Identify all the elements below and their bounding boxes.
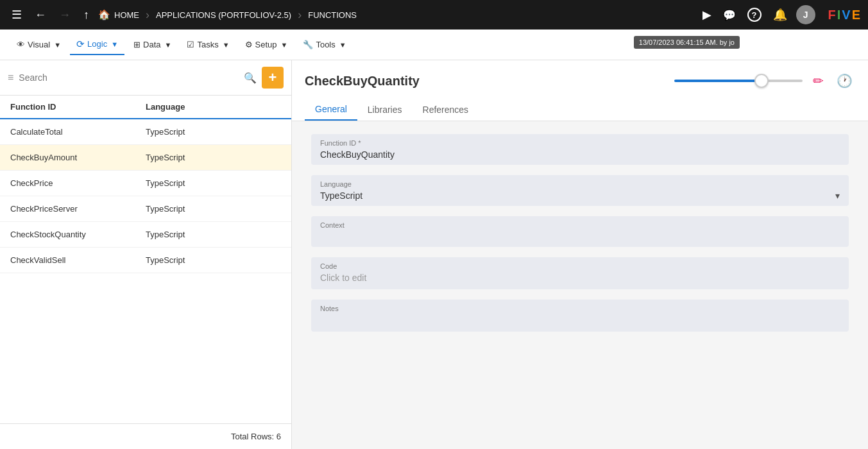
- code-label: Code: [320, 262, 840, 270]
- visual-icon: 👁: [17, 40, 25, 49]
- search-icon: 🔍: [244, 72, 257, 83]
- context-field[interactable]: Context: [311, 216, 849, 247]
- play-button[interactable]: ▶: [700, 5, 714, 24]
- tasks-chevron: ▼: [223, 41, 230, 49]
- panel-title: CheckBuyQuantity: [305, 74, 667, 89]
- table-row[interactable]: CheckPrice TypeScript: [0, 171, 291, 196]
- top-navbar: ☰ ← → ↑ 🏠 HOME › APPLICATIONS (PORTFOLIO…: [0, 0, 868, 30]
- language-value: TypeScript: [320, 191, 362, 201]
- function-id-field: Function ID * CheckBuyQuantity: [311, 134, 849, 165]
- add-function-button[interactable]: +: [262, 67, 284, 89]
- up-button[interactable]: ↑: [80, 6, 93, 24]
- notes-field[interactable]: Notes: [311, 300, 849, 332]
- setup-chevron: ▼: [281, 41, 288, 49]
- play-icon: ▶: [702, 8, 711, 22]
- context-value: [320, 232, 840, 242]
- visual-menu[interactable]: 👁 Visual ▼: [10, 36, 67, 53]
- bell-icon: 🔔: [773, 8, 787, 22]
- search-nav-button[interactable]: 💬: [720, 6, 738, 24]
- breadcrumb-sep1: ›: [146, 8, 149, 22]
- language-dropdown[interactable]: TypeScript ▾: [320, 191, 840, 201]
- edit-icon: ✏: [813, 73, 824, 89]
- edit-button[interactable]: ✏: [810, 71, 826, 91]
- sidebar: ≡ 🔍 + Function ID Language CalculateTota…: [0, 60, 292, 449]
- setup-icon: ⚙: [245, 40, 253, 49]
- tab-libraries[interactable]: Libraries: [357, 99, 413, 121]
- logic-menu[interactable]: ⟳ Logic ▼: [70, 35, 124, 55]
- context-label: Context: [320, 221, 840, 229]
- table-row[interactable]: CheckPriceServer TypeScript: [0, 196, 291, 222]
- function-id-value: CheckBuyQuantity: [320, 149, 840, 160]
- table-row[interactable]: CheckBuyAmount TypeScript: [0, 145, 291, 171]
- table-header: Function ID Language: [0, 96, 291, 119]
- avatar[interactable]: J: [796, 5, 815, 24]
- home-icon: 🏠: [98, 9, 110, 21]
- help-button[interactable]: ?: [745, 5, 764, 24]
- slider-area: [674, 80, 803, 82]
- back-button[interactable]: ←: [31, 6, 50, 24]
- logic-icon: ⟳: [76, 38, 85, 50]
- visual-chevron: ▼: [54, 41, 61, 49]
- sidebar-search-area: ≡ 🔍 +: [0, 60, 291, 96]
- breadcrumb-sep2: ›: [298, 8, 302, 22]
- search-nav-icon: 💬: [723, 9, 736, 21]
- table-row[interactable]: CheckStockQuantity TypeScript: [0, 222, 291, 248]
- zoom-slider[interactable]: [674, 80, 803, 82]
- search-button[interactable]: 🔍: [244, 72, 257, 84]
- up-icon: ↑: [83, 8, 89, 22]
- breadcrumb-functions: FUNCTIONS: [308, 10, 357, 20]
- notes-value: [320, 315, 840, 325]
- menu-icon: ☰: [12, 8, 22, 22]
- panel-tabs: General Libraries References: [305, 99, 855, 121]
- language-label: Language: [320, 180, 840, 188]
- notes-label: Notes: [320, 305, 840, 312]
- col-header-function-id: Function ID: [10, 102, 146, 112]
- breadcrumb-applications: APPLICATIONS (PORTFOLIOV-2.5): [156, 10, 291, 20]
- filter-icon: ≡: [8, 72, 13, 83]
- panel-title-row: CheckBuyQuantity ✏ 🕐: [305, 71, 855, 91]
- tab-general[interactable]: General: [305, 99, 357, 121]
- setup-menu[interactable]: ⚙ Setup ▼: [239, 36, 294, 53]
- history-icon: 🕐: [837, 73, 853, 89]
- data-menu[interactable]: ⊞ Data ▼: [127, 36, 178, 53]
- tools-menu[interactable]: 🔧 Tools ▼: [296, 36, 352, 53]
- timestamp-tooltip: 13/07/2023 06:41:15 AM. by jo: [634, 36, 740, 49]
- breadcrumb-home: 🏠 HOME: [98, 9, 139, 21]
- logic-chevron: ▼: [111, 40, 118, 48]
- menu-button[interactable]: ☰: [8, 5, 26, 24]
- function-table: Function ID Language CalculateTotal Type…: [0, 96, 291, 423]
- function-id-label: Function ID *: [320, 139, 840, 147]
- code-placeholder[interactable]: Click to edit: [320, 273, 840, 283]
- tab-references[interactable]: References: [413, 99, 479, 121]
- history-button[interactable]: 🕐: [834, 71, 855, 91]
- add-icon: +: [269, 69, 277, 86]
- tools-icon: 🔧: [303, 40, 313, 49]
- tools-chevron: ▼: [339, 41, 346, 49]
- data-chevron: ▼: [165, 41, 172, 49]
- main-layout: ≡ 🔍 + Function ID Language CalculateTota…: [0, 60, 868, 449]
- form-area: Function ID * CheckBuyQuantity Language …: [292, 121, 868, 344]
- col-header-language: Language: [146, 102, 281, 112]
- dropdown-arrow-icon: ▾: [835, 191, 840, 201]
- data-icon: ⊞: [133, 40, 140, 49]
- tasks-icon: ☑: [187, 40, 194, 49]
- help-icon: ?: [747, 8, 762, 22]
- table-row[interactable]: CalculateTotal TypeScript: [0, 119, 291, 145]
- code-field[interactable]: Code Click to edit: [311, 257, 849, 289]
- table-row[interactable]: CheckValidSell TypeScript: [0, 248, 291, 273]
- forward-icon: →: [59, 8, 71, 22]
- right-panel-header: CheckBuyQuantity ✏ 🕐 General Libraries: [292, 60, 868, 121]
- table-footer: Total Rows: 6: [0, 423, 291, 449]
- language-field[interactable]: Language TypeScript ▾: [311, 175, 849, 206]
- search-input[interactable]: [19, 72, 239, 83]
- tasks-menu[interactable]: ☑ Tasks ▼: [180, 36, 235, 53]
- notification-button[interactable]: 🔔: [770, 5, 790, 24]
- forward-button[interactable]: →: [55, 6, 74, 24]
- right-panel: CheckBuyQuantity ✏ 🕐 General Libraries: [292, 60, 868, 449]
- nav-right-area: ▶ 💬 ? 🔔 J FIVE: [700, 5, 860, 24]
- back-icon: ←: [35, 8, 46, 22]
- five-logo: FIVE: [828, 8, 860, 22]
